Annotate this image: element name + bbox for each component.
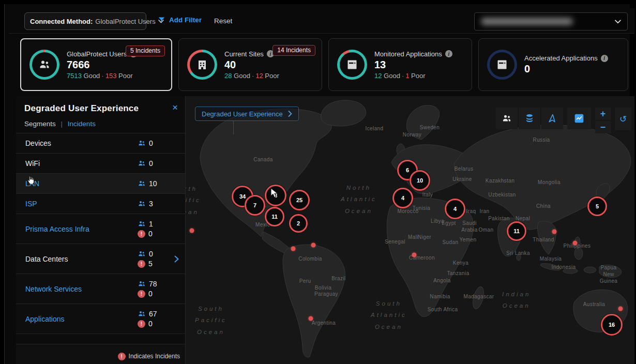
map-incident-dot[interactable]	[291, 247, 296, 251]
incidents-badge[interactable]: 5 Incidents	[126, 46, 165, 56]
overlay-button-label: Degraded User Experience	[202, 110, 283, 118]
map-cluster-marker[interactable]: 10	[410, 170, 430, 191]
tab-incidents[interactable]: Incidents	[68, 120, 96, 128]
map-cluster-marker[interactable]: 11	[265, 207, 284, 226]
segment-row-prisma-access-infra[interactable]: Prisma Access Infra 1!0	[16, 214, 185, 244]
health-donut	[187, 50, 217, 80]
user-count: 0	[138, 159, 161, 168]
world-map[interactable]: IcelandNorwaySwedenRussiaCanadaBelarusUk…	[186, 96, 634, 364]
map-cluster-marker[interactable]: 7	[245, 195, 265, 216]
app-frame: Connected Method: GlobalProtect Users Ad…	[4, 4, 630, 364]
map-incident-dot[interactable]	[552, 230, 557, 234]
zoom-in-button[interactable]: +	[595, 108, 611, 120]
map-incident-dot[interactable]	[311, 243, 316, 248]
incident-count: !0	[138, 320, 161, 328]
incidents-badge[interactable]: 14 Incidents	[272, 45, 315, 56]
reset-view-button[interactable]: ↺	[615, 108, 631, 130]
stat-card-current-sites[interactable]: Current Sites i 40 28 Good·12 Poor14 Inc…	[178, 38, 322, 91]
user-count: 10	[138, 179, 161, 188]
map-incident-dot[interactable]	[618, 307, 623, 311]
segment-counts: 67!0	[138, 310, 161, 328]
layers-button[interactable]	[519, 108, 540, 129]
users-icon	[138, 220, 146, 228]
redacted-tenant-name	[481, 18, 573, 25]
add-filter-button[interactable]: Add Filter	[158, 16, 202, 24]
health-donut	[29, 50, 59, 80]
map-cluster-marker[interactable]: 25	[289, 190, 310, 210]
segment-label[interactable]: Prisma Access Infra	[25, 225, 89, 233]
stat-card-globalprotect-users[interactable]: GlobalProtect Users i 7666 7513 Good·153…	[20, 38, 172, 91]
map-cluster-marker[interactable]: 8	[265, 185, 286, 206]
card-body: Monitored Applications i 13 12 Good·1 Po…	[374, 50, 452, 80]
segment-counts: 1!0	[138, 220, 161, 238]
good-poor-line: 12 Good·1 Poor	[374, 72, 452, 80]
incident-count: !0	[138, 230, 161, 238]
tenant-selector-dropdown[interactable]	[474, 12, 628, 31]
chevron-right-icon	[288, 111, 292, 117]
users-icon	[138, 139, 146, 147]
panel-header: Degraded User Experience × Segments | In…	[16, 96, 185, 133]
segment-label: Data Centers	[25, 255, 68, 263]
reset-filters-button[interactable]: Reset	[214, 17, 232, 25]
map-cluster-marker[interactable]: 4	[445, 199, 465, 219]
zoom-out-button[interactable]: −	[595, 120, 611, 133]
segment-row-network-services[interactable]: Network Services 78!0	[16, 274, 185, 304]
segment-label[interactable]: LAN	[25, 179, 39, 188]
stat-card-monitored-applications[interactable]: Monitored Applications i 13 12 Good·1 Po…	[328, 38, 472, 91]
connected-method-dropdown[interactable]: Connected Method: GlobalProtect Users	[24, 12, 146, 30]
info-icon[interactable]: i	[601, 55, 608, 62]
users-icon	[138, 200, 146, 208]
segment-counts: 3	[138, 200, 161, 208]
segment-row-lan[interactable]: LAN 10	[16, 174, 185, 194]
application-icon	[496, 58, 508, 71]
user-count: 78	[138, 280, 161, 288]
user-count: 1	[138, 220, 161, 228]
incident-count: !5	[138, 260, 161, 268]
filter-icon	[158, 16, 165, 24]
card-title: Current Sites	[224, 50, 264, 58]
topbar: Connected Method: GlobalProtect Users Ad…	[9, 8, 634, 34]
info-icon[interactable]: i	[445, 50, 452, 57]
close-icon[interactable]: ×	[172, 102, 178, 112]
segment-counts: 10	[138, 179, 161, 188]
segment-row-data-centers[interactable]: Data Centers 0!5	[16, 244, 185, 274]
segment-label: WiFi	[25, 159, 40, 168]
map-cluster-marker[interactable]: 4	[392, 188, 413, 208]
map-incident-dot[interactable]	[412, 253, 417, 257]
chevron-right-icon[interactable]	[174, 255, 179, 263]
users-icon	[138, 179, 146, 188]
users-layer-button[interactable]	[496, 108, 518, 129]
map-landmass	[186, 96, 634, 364]
map-cluster-marker[interactable]: 11	[507, 221, 526, 241]
map-cluster-marker[interactable]: 2	[289, 214, 308, 233]
segment-counts: 78!0	[138, 280, 161, 298]
segment-label[interactable]: Network Services	[25, 285, 82, 293]
incident-icon: !	[138, 260, 145, 268]
segment-label[interactable]: ISP	[25, 200, 37, 208]
card-value: 7666	[67, 59, 137, 71]
map-incident-dot[interactable]	[190, 229, 194, 233]
segment-label[interactable]: Applications	[25, 315, 65, 323]
map-incident-dot[interactable]	[309, 316, 313, 321]
tab-segments[interactable]: Segments	[24, 120, 56, 128]
segment-row-wifi[interactable]: WiFi 0	[16, 154, 185, 174]
connected-method-label: Connected Method:	[30, 18, 93, 25]
map-overlay-degraded-button[interactable]: Degraded User Experience	[195, 107, 299, 121]
map-cluster-marker[interactable]: 5	[587, 196, 607, 216]
panel-title: Degraded User Experience	[24, 103, 177, 114]
segment-row-devices[interactable]: Devices 0	[16, 133, 185, 154]
map-controls: + − ↺	[496, 108, 631, 133]
map-incident-dot[interactable]	[573, 241, 578, 246]
map-cluster-marker[interactable]: 16	[601, 314, 623, 336]
user-count: 67	[138, 310, 161, 318]
overlay-leader-line	[233, 121, 234, 134]
navigation-layer-button[interactable]	[541, 108, 563, 129]
layer-toggle-group	[496, 108, 563, 129]
chart-view-button[interactable]	[567, 108, 591, 129]
stat-card-accelerated-applications[interactable]: Accelerated Applications i 0	[478, 38, 628, 91]
layers-stack-icon	[524, 113, 535, 124]
good-poor-line: 7513 Good·153 Poor	[67, 72, 137, 80]
segment-row-isp[interactable]: ISP 3	[16, 194, 185, 214]
incident-icon: !	[138, 290, 145, 298]
segment-row-applications[interactable]: Applications 67!0	[16, 304, 185, 334]
